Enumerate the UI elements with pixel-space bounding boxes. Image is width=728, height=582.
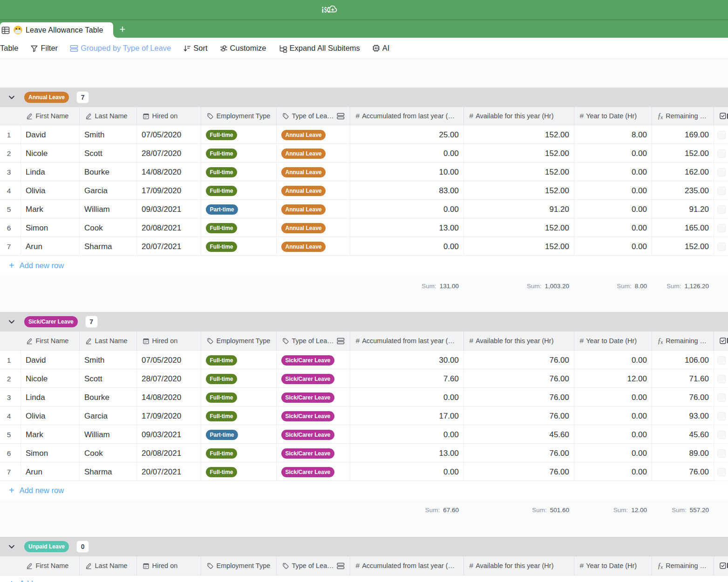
- svg-text:AI: AI: [374, 47, 378, 50]
